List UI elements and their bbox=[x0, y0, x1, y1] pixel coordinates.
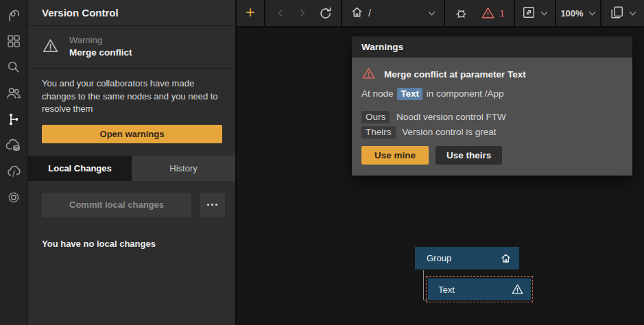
open-warnings-button[interactable]: Open warnings bbox=[42, 125, 222, 143]
conflict-description: You and your collaborators have made cha… bbox=[28, 69, 235, 115]
bug-debug-icon[interactable] bbox=[454, 6, 468, 21]
cloud-functions-icon[interactable]: f bbox=[5, 162, 23, 180]
more-options-dots-icon bbox=[207, 204, 209, 206]
node-text-label: Text bbox=[438, 285, 455, 295]
zoom-level-dropdown[interactable]: 100% bbox=[556, 0, 600, 26]
node-text-conflict[interactable]: Text bbox=[426, 276, 533, 302]
theirs-badge: Theirs bbox=[361, 126, 396, 139]
home-icon bbox=[350, 5, 363, 21]
nav-group bbox=[265, 0, 341, 26]
chevron-down-icon bbox=[428, 8, 436, 19]
warning-title: Merge conflict bbox=[69, 47, 132, 59]
nav-forward-button[interactable] bbox=[297, 8, 308, 19]
noodl-logo-icon[interactable] bbox=[5, 6, 23, 23]
add-node-button[interactable]: + bbox=[237, 0, 264, 26]
component-path-dropdown[interactable]: / bbox=[342, 0, 444, 26]
zoom-level-label: 100% bbox=[560, 8, 583, 19]
node-connector bbox=[423, 270, 424, 300]
add-plus-icon: + bbox=[246, 5, 254, 21]
svg-text:f: f bbox=[12, 168, 16, 176]
ours-row: Ours Noodl version control FTW bbox=[361, 112, 623, 122]
device-frames-dropdown[interactable] bbox=[601, 0, 644, 26]
node-name-badge: Text bbox=[397, 88, 422, 100]
warning-triangle-icon bbox=[42, 38, 59, 56]
search-icon[interactable] bbox=[5, 58, 23, 75]
home-icon bbox=[500, 252, 512, 264]
theirs-row: Theirs Version control is great bbox=[361, 127, 623, 137]
panel-tabs: Local Changes History bbox=[28, 156, 235, 181]
warnings-popup-title: Warnings bbox=[352, 36, 632, 58]
panel-title: Version Control bbox=[28, 0, 235, 26]
component-path-label: / bbox=[368, 8, 371, 19]
warning-triangle-icon bbox=[361, 67, 376, 82]
warnings-toolbar-button[interactable]: 1 bbox=[481, 6, 504, 20]
chevron-down-icon bbox=[540, 8, 548, 19]
refresh-button[interactable] bbox=[319, 7, 332, 20]
components-grid-icon[interactable] bbox=[5, 32, 23, 49]
expand-fit-icon bbox=[522, 5, 536, 21]
node-group-label: Group bbox=[427, 253, 451, 263]
node-group[interactable]: Group bbox=[415, 247, 519, 269]
icon-rail: f bbox=[0, 0, 27, 325]
warning-count-badge: 1 bbox=[499, 8, 504, 19]
warnings-popup-body: Merge conflict at parameter Text At node… bbox=[352, 58, 632, 176]
more-options-button[interactable] bbox=[200, 193, 225, 217]
conflict-warning-title: Merge conflict at parameter Text bbox=[384, 69, 526, 80]
ours-badge: Ours bbox=[361, 111, 390, 123]
debug-group: 1 bbox=[445, 0, 514, 26]
nav-back-button[interactable] bbox=[275, 8, 286, 19]
commit-row: Commit local changes bbox=[28, 181, 235, 217]
component-name: /App bbox=[485, 88, 504, 99]
collaborators-icon[interactable] bbox=[5, 84, 23, 101]
use-mine-button[interactable]: Use mine bbox=[361, 146, 429, 165]
theirs-value: Version control is great bbox=[402, 127, 496, 137]
version-control-panel: Version Control Warning Merge conflict Y… bbox=[27, 0, 235, 325]
warning-triangle-icon bbox=[511, 283, 524, 296]
commit-local-changes-button[interactable]: Commit local changes bbox=[42, 193, 191, 217]
warning-label: Warning bbox=[69, 35, 132, 47]
device-frames-icon bbox=[609, 5, 624, 22]
tab-local-changes[interactable]: Local Changes bbox=[28, 156, 132, 181]
fit-view-dropdown[interactable] bbox=[515, 0, 555, 26]
canvas-toolbar: + / bbox=[237, 0, 644, 27]
tab-history[interactable]: History bbox=[132, 156, 235, 181]
ours-value: Noodl version control FTW bbox=[396, 112, 506, 122]
no-local-changes-message: You have no local changes bbox=[28, 217, 235, 249]
chevron-down-icon bbox=[629, 8, 636, 19]
use-theirs-button[interactable]: Use theirs bbox=[436, 146, 502, 165]
version-control-icon[interactable] bbox=[5, 110, 23, 128]
settings-gear-icon[interactable] bbox=[5, 189, 23, 206]
chevron-down-icon bbox=[588, 8, 596, 19]
conflict-location: At node Text in component /App bbox=[361, 88, 623, 99]
merge-conflict-summary: Warning Merge conflict bbox=[28, 26, 235, 69]
warnings-popup: Warnings Merge conflict at parameter Tex… bbox=[352, 36, 632, 176]
cloud-services-icon[interactable] bbox=[5, 136, 23, 154]
